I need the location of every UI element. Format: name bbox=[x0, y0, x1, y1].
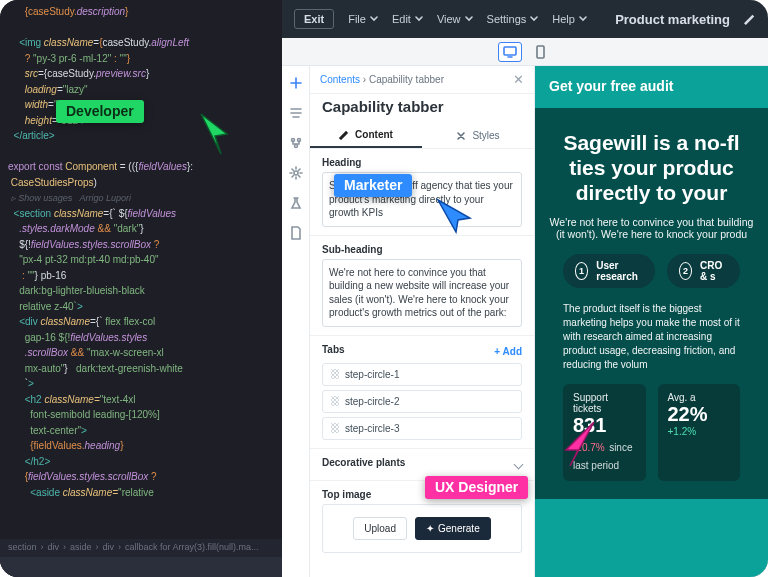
stat-card: Support tickets 831 -20.7% since last pe… bbox=[563, 384, 646, 481]
drag-handle-icon[interactable] bbox=[331, 396, 339, 406]
hero-sub: We're not here to convince you that buil… bbox=[549, 216, 754, 240]
gear-icon[interactable] bbox=[289, 166, 303, 180]
tabs-label: Tabs bbox=[322, 344, 345, 355]
chevron-down-icon bbox=[370, 15, 378, 23]
subheading-label: Sub-heading bbox=[322, 244, 522, 255]
svg-rect-0 bbox=[504, 47, 516, 55]
ux-badge: UX Designer bbox=[425, 476, 528, 499]
inspector-panel: Contents › Capability tabber ✕ Capabilit… bbox=[310, 66, 535, 577]
editor-breadcrumb: section›div›aside›div›callback for Array… bbox=[0, 539, 282, 557]
drag-handle-icon[interactable] bbox=[331, 369, 339, 379]
device-mobile[interactable] bbox=[528, 42, 552, 62]
heading-label: Heading bbox=[322, 157, 522, 168]
svg-point-5 bbox=[294, 171, 298, 175]
device-desktop[interactable] bbox=[498, 42, 522, 62]
stat-card: Avg. a 22% +1.2% bbox=[658, 384, 741, 481]
list-item[interactable]: step-circle-2 bbox=[322, 390, 522, 413]
subheading-input[interactable]: We're not here to convince you that buil… bbox=[322, 259, 522, 327]
preview-canvas[interactable]: Get your free audit Sagewill is a no-flt… bbox=[535, 66, 768, 577]
plus-icon[interactable] bbox=[289, 76, 303, 90]
upload-button[interactable]: Upload bbox=[353, 517, 407, 540]
menu-edit[interactable]: Edit bbox=[392, 13, 423, 25]
menubar: Exit File Edit View Settings Help Produc… bbox=[282, 0, 768, 38]
svg-point-4 bbox=[294, 145, 297, 148]
menu-settings[interactable]: Settings bbox=[487, 13, 539, 25]
tab-pill[interactable]: 2CRO & s bbox=[667, 254, 740, 288]
svg-rect-1 bbox=[537, 46, 544, 58]
node-icon[interactable] bbox=[289, 136, 303, 150]
list-item[interactable]: step-circle-1 bbox=[322, 363, 522, 386]
hero-blurb: The product itself is the biggest market… bbox=[549, 302, 754, 384]
panel-title: Capability tabber bbox=[310, 94, 534, 123]
chevron-down-icon bbox=[515, 458, 522, 470]
close-icon[interactable]: ✕ bbox=[513, 72, 524, 87]
page-icon[interactable] bbox=[289, 226, 303, 240]
page-title: Product marketing bbox=[615, 12, 730, 27]
menu-help[interactable]: Help bbox=[552, 13, 587, 25]
edit-title-icon[interactable] bbox=[744, 13, 756, 25]
marketer-badge: Marketer bbox=[334, 174, 412, 197]
breadcrumb[interactable]: Contents › Capability tabber bbox=[320, 74, 444, 85]
code-editor: {caseStudy.description} <img className={… bbox=[0, 0, 282, 577]
flask-icon[interactable] bbox=[289, 196, 303, 210]
developer-badge: Developer bbox=[56, 100, 144, 123]
exit-button[interactable]: Exit bbox=[294, 9, 334, 29]
list-item[interactable]: step-circle-3 bbox=[322, 417, 522, 440]
tab-content[interactable]: Content bbox=[310, 123, 422, 148]
tab-pill[interactable]: 1User research bbox=[563, 254, 655, 288]
layers-icon[interactable] bbox=[289, 106, 303, 120]
menu-file[interactable]: File bbox=[348, 13, 378, 25]
add-tab-button[interactable]: + Add bbox=[494, 346, 522, 357]
menu-view[interactable]: View bbox=[437, 13, 473, 25]
hero-heading: Sagewill is a no-flties your producdirec… bbox=[549, 130, 754, 206]
generate-button[interactable]: ✦ Generate bbox=[415, 517, 491, 540]
tab-styles[interactable]: Styles bbox=[422, 123, 534, 148]
drag-handle-icon[interactable] bbox=[331, 423, 339, 433]
tool-rail bbox=[282, 66, 310, 577]
device-selector bbox=[282, 38, 768, 66]
hero-kicker: Get your free audit bbox=[549, 78, 754, 94]
